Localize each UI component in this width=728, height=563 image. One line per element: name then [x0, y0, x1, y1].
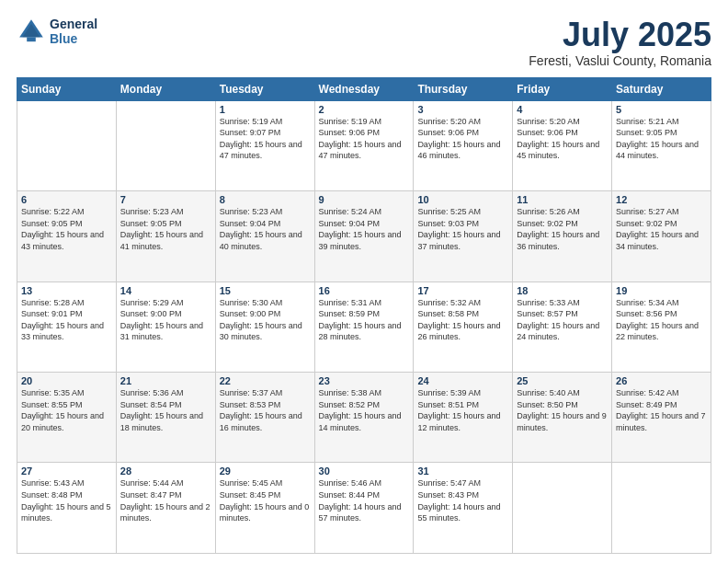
table-row: 31 Sunrise: 5:47 AM Sunset: 8:43 PM Dayl… [414, 463, 513, 554]
day-info: Sunrise: 5:19 AM Sunset: 9:07 PM Dayligh… [220, 116, 311, 162]
daylight-hours: Daylight: 15 hours and 41 minutes. [120, 230, 203, 251]
day-info: Sunrise: 5:33 AM Sunset: 8:57 PM Dayligh… [517, 297, 608, 343]
table-row: 5 Sunrise: 5:21 AM Sunset: 9:05 PM Dayli… [612, 100, 711, 190]
sunset-time: Sunset: 9:05 PM [120, 219, 182, 228]
logo: General Blue [17, 17, 97, 46]
sunset-time: Sunset: 9:00 PM [220, 309, 281, 318]
sunrise-time: Sunrise: 5:38 AM [319, 388, 382, 397]
sunset-time: Sunset: 9:02 PM [616, 219, 677, 228]
sunrise-time: Sunrise: 5:42 AM [616, 388, 679, 397]
sunset-time: Sunset: 9:01 PM [21, 309, 83, 318]
daylight-hours: Daylight: 15 hours and 39 minutes. [319, 230, 402, 251]
sunset-time: Sunset: 8:44 PM [319, 490, 381, 500]
day-info: Sunrise: 5:31 AM Sunset: 8:59 PM Dayligh… [319, 297, 410, 343]
daylight-hours: Daylight: 15 hours and 5 minutes. [21, 502, 111, 523]
day-number: 29 [220, 465, 311, 477]
daylight-hours: Daylight: 14 hours and 57 minutes. [319, 502, 402, 523]
subtitle: Feresti, Vaslui County, Romania [529, 53, 711, 68]
day-info: Sunrise: 5:21 AM Sunset: 9:05 PM Dayligh… [616, 116, 707, 162]
sunrise-time: Sunrise: 5:39 AM [417, 388, 481, 397]
calendar-week-row: 1 Sunrise: 5:19 AM Sunset: 9:07 PM Dayli… [17, 100, 711, 190]
sunset-time: Sunset: 8:47 PM [120, 490, 182, 500]
sunset-time: Sunset: 8:53 PM [220, 400, 281, 409]
day-info: Sunrise: 5:23 AM Sunset: 9:05 PM Dayligh… [120, 206, 211, 252]
day-number: 15 [220, 285, 311, 296]
sunset-time: Sunset: 9:06 PM [319, 128, 381, 137]
sunrise-time: Sunrise: 5:31 AM [319, 298, 382, 307]
col-wednesday: Wednesday [314, 77, 414, 100]
sunset-time: Sunset: 8:49 PM [616, 400, 677, 409]
sunrise-time: Sunrise: 5:26 AM [517, 207, 580, 216]
table-row: 20 Sunrise: 5:35 AM Sunset: 8:55 PM Dayl… [17, 373, 117, 463]
sunset-time: Sunset: 8:56 PM [616, 309, 677, 318]
daylight-hours: Daylight: 15 hours and 47 minutes. [220, 140, 302, 161]
day-info: Sunrise: 5:43 AM Sunset: 8:48 PM Dayligh… [21, 477, 112, 523]
table-row: 18 Sunrise: 5:33 AM Sunset: 8:57 PM Dayl… [513, 282, 612, 372]
daylight-hours: Daylight: 15 hours and 40 minutes. [220, 230, 302, 251]
day-info: Sunrise: 5:36 AM Sunset: 8:54 PM Dayligh… [120, 387, 211, 433]
daylight-hours: Daylight: 15 hours and 12 minutes. [417, 411, 500, 432]
daylight-hours: Daylight: 15 hours and 24 minutes. [517, 321, 599, 342]
sunset-time: Sunset: 8:48 PM [21, 490, 83, 500]
sunrise-time: Sunrise: 5:32 AM [417, 298, 481, 307]
daylight-hours: Daylight: 15 hours and 34 minutes. [616, 230, 699, 251]
daylight-hours: Daylight: 15 hours and 0 minutes. [220, 502, 310, 523]
col-tuesday: Tuesday [215, 77, 314, 100]
day-info: Sunrise: 5:27 AM Sunset: 9:02 PM Dayligh… [616, 206, 707, 252]
daylight-hours: Daylight: 15 hours and 18 minutes. [120, 411, 203, 432]
table-row: 28 Sunrise: 5:44 AM Sunset: 8:47 PM Dayl… [116, 463, 215, 554]
daylight-hours: Daylight: 15 hours and 30 minutes. [220, 321, 302, 342]
sunrise-time: Sunrise: 5:40 AM [517, 388, 580, 397]
day-info: Sunrise: 5:25 AM Sunset: 9:03 PM Dayligh… [417, 206, 508, 252]
sunset-time: Sunset: 9:07 PM [220, 128, 281, 137]
sunrise-time: Sunrise: 5:45 AM [220, 478, 283, 488]
calendar-week-row: 20 Sunrise: 5:35 AM Sunset: 8:55 PM Dayl… [17, 373, 711, 463]
header: General Blue July 2025 Feresti, Vaslui C… [17, 17, 711, 68]
day-number: 10 [417, 194, 508, 205]
col-saturday: Saturday [612, 77, 711, 100]
day-number: 14 [120, 285, 211, 296]
table-row: 9 Sunrise: 5:24 AM Sunset: 9:04 PM Dayli… [314, 191, 414, 282]
calendar-header-row: Sunday Monday Tuesday Wednesday Thursday… [17, 77, 711, 100]
sunrise-time: Sunrise: 5:25 AM [417, 207, 481, 216]
day-number: 27 [21, 465, 112, 477]
daylight-hours: Daylight: 15 hours and 14 minutes. [319, 411, 402, 432]
sunrise-time: Sunrise: 5:19 AM [220, 117, 283, 126]
table-row: 29 Sunrise: 5:45 AM Sunset: 8:45 PM Dayl… [215, 463, 314, 554]
day-info: Sunrise: 5:35 AM Sunset: 8:55 PM Dayligh… [21, 387, 112, 433]
sunrise-time: Sunrise: 5:46 AM [319, 478, 382, 488]
table-row: 13 Sunrise: 5:28 AM Sunset: 9:01 PM Dayl… [17, 282, 117, 372]
sunrise-time: Sunrise: 5:22 AM [21, 207, 85, 216]
daylight-hours: Daylight: 15 hours and 7 minutes. [616, 411, 706, 432]
daylight-hours: Daylight: 15 hours and 16 minutes. [220, 411, 302, 432]
sunrise-time: Sunrise: 5:47 AM [417, 478, 481, 488]
sunset-time: Sunset: 9:00 PM [120, 309, 182, 318]
table-row: 19 Sunrise: 5:34 AM Sunset: 8:56 PM Dayl… [612, 282, 711, 372]
table-row: 4 Sunrise: 5:20 AM Sunset: 9:06 PM Dayli… [513, 100, 612, 190]
day-number: 3 [417, 104, 508, 115]
day-number: 12 [616, 194, 707, 205]
daylight-hours: Daylight: 15 hours and 9 minutes. [517, 411, 607, 432]
table-row: 6 Sunrise: 5:22 AM Sunset: 9:05 PM Dayli… [17, 191, 117, 282]
day-info: Sunrise: 5:40 AM Sunset: 8:50 PM Dayligh… [517, 387, 608, 433]
day-number: 8 [220, 194, 311, 205]
sunset-time: Sunset: 8:51 PM [417, 400, 479, 409]
day-info: Sunrise: 5:46 AM Sunset: 8:44 PM Dayligh… [319, 477, 410, 523]
sunset-time: Sunset: 9:06 PM [417, 128, 479, 137]
day-number: 23 [319, 375, 410, 386]
logo-icon [17, 17, 46, 46]
table-row: 11 Sunrise: 5:26 AM Sunset: 9:02 PM Dayl… [513, 191, 612, 282]
table-row: 14 Sunrise: 5:29 AM Sunset: 9:00 PM Dayl… [116, 282, 215, 372]
table-row: 17 Sunrise: 5:32 AM Sunset: 8:58 PM Dayl… [414, 282, 513, 372]
day-number: 24 [417, 375, 508, 386]
daylight-hours: Daylight: 15 hours and 43 minutes. [21, 230, 104, 251]
sunset-time: Sunset: 9:06 PM [517, 128, 578, 137]
col-friday: Friday [513, 77, 612, 100]
day-number: 5 [616, 104, 707, 115]
day-number: 1 [220, 104, 311, 115]
day-number: 25 [517, 375, 608, 386]
table-row: 1 Sunrise: 5:19 AM Sunset: 9:07 PM Dayli… [215, 100, 314, 190]
daylight-hours: Daylight: 15 hours and 46 minutes. [417, 140, 500, 161]
day-info: Sunrise: 5:45 AM Sunset: 8:45 PM Dayligh… [220, 477, 311, 523]
day-number: 9 [319, 194, 410, 205]
